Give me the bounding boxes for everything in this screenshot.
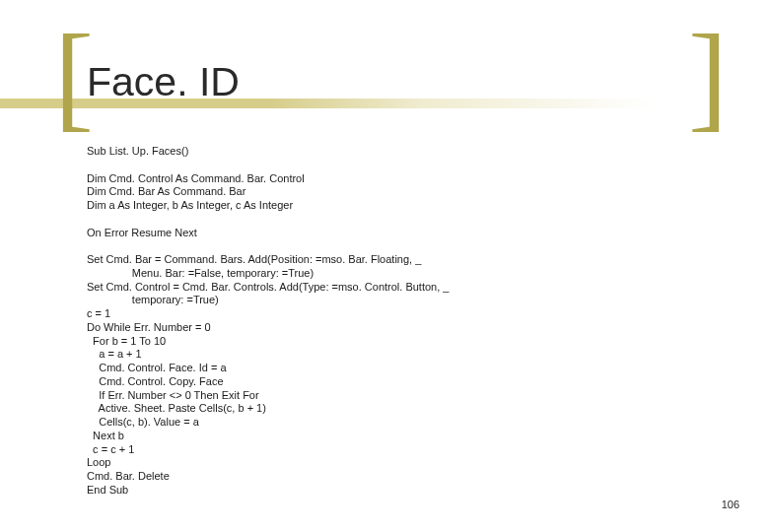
page-number: 106 xyxy=(722,499,739,510)
code-content: Sub List. Up. Faces() Dim Cmd. Control A… xyxy=(87,145,449,498)
bracket-right-icon: ] xyxy=(688,18,728,136)
slide-title: Face. ID xyxy=(87,59,240,105)
